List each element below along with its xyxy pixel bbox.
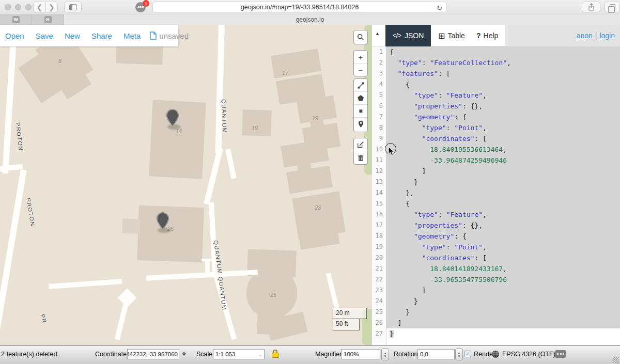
code-line[interactable]: }: [386, 296, 620, 307]
code-line[interactable]: {: [386, 198, 620, 209]
line-number: 26: [372, 318, 386, 328]
code-line[interactable]: "features": [: [386, 68, 620, 79]
building-number: 17: [282, 70, 288, 76]
address-bar[interactable]: geojson.io/#map=19/-33.96514/18.84026 ↻: [152, 2, 447, 13]
building-number: 19: [312, 115, 318, 121]
building-number: 8: [58, 58, 61, 64]
code-line[interactable]: -33.965354775506796: [386, 274, 620, 285]
search-button[interactable]: [353, 30, 368, 44]
crs-globe-icon[interactable]: [491, 350, 500, 358]
tab-title: geojson.io: [0, 16, 620, 23]
status-message: 2 feature(s) deleted.: [1, 351, 59, 358]
road-junction: [118, 289, 137, 308]
code-line[interactable]: -33.964874259496946: [386, 155, 620, 166]
line-number: 8: [372, 122, 386, 133]
draw-rectangle-button[interactable]: ■: [354, 105, 367, 118]
code-line[interactable]: "properties": {},: [386, 220, 620, 231]
code-line[interactable]: "type": "FeatureCollection",: [386, 57, 620, 68]
zoom-out-button[interactable]: −: [354, 64, 367, 76]
building-number: 25: [270, 292, 276, 298]
code-line[interactable]: ]: [386, 166, 620, 177]
road: [202, 259, 213, 261]
gutter: 1234567891011121314151617181920212223242…: [372, 46, 386, 345]
window-close-button[interactable]: [5, 4, 11, 10]
table-icon: ⊞: [438, 31, 445, 41]
code-line[interactable]: {: [386, 46, 620, 57]
tab-table[interactable]: ⊞ Table: [438, 25, 465, 46]
edit-button[interactable]: [354, 138, 367, 151]
resize-grip[interactable]: [613, 357, 619, 363]
code-line[interactable]: },: [386, 187, 620, 198]
sidebar-icon: [69, 4, 77, 10]
code-line[interactable]: 18.840195536613464,: [386, 144, 620, 155]
login-link[interactable]: login: [599, 31, 615, 40]
anon-label: anon: [577, 31, 593, 40]
tab-json[interactable]: </> JSON: [385, 25, 431, 46]
zoom-in-button[interactable]: +: [354, 51, 367, 64]
road: [204, 147, 223, 204]
chevron-down-icon: ⌄: [258, 352, 262, 357]
code-line[interactable]: "type": "Point",: [386, 242, 620, 252]
share-map-button[interactable]: Share: [91, 31, 112, 40]
tab-overview-button[interactable]: [605, 2, 620, 12]
delete-button[interactable]: [354, 151, 367, 164]
coordinate-input[interactable]: 8.842232,-33.967060: [127, 349, 179, 359]
json-editor[interactable]: 1234567891011121314151617181920212223242…: [372, 46, 620, 345]
map-marker[interactable]: [156, 212, 169, 231]
sidebar-toggle-button[interactable]: [64, 2, 82, 12]
save-button[interactable]: Save: [36, 31, 53, 40]
code-line[interactable]: "properties": {},: [386, 101, 620, 112]
draw-line-button[interactable]: [354, 79, 367, 92]
scale-lock-icon[interactable]: [272, 350, 279, 359]
collapse-panel-icon[interactable]: ▲: [375, 31, 380, 36]
code-line[interactable]: "type": "Point",: [386, 122, 620, 133]
code-line[interactable]: }: [386, 328, 620, 339]
building: [122, 218, 141, 233]
draw-toolbar: ⬟ ■: [353, 78, 368, 132]
share-button[interactable]: [582, 2, 600, 12]
log-messages-icon[interactable]: [555, 350, 566, 358]
crs-status[interactable]: EPSG:4326 (OTF): [502, 351, 555, 358]
code-line[interactable]: "type": "Feature",: [386, 90, 620, 101]
code-line[interactable]: }: [386, 307, 620, 318]
reload-icon[interactable]: ↻: [437, 4, 442, 12]
tab-help[interactable]: ? Help: [476, 25, 498, 46]
magnifier-input[interactable]: 100%: [341, 349, 380, 359]
line-number: 27: [372, 328, 386, 339]
render-checkbox[interactable]: ✓: [464, 351, 471, 357]
new-button[interactable]: New: [65, 31, 80, 40]
magnifier-stepper[interactable]: ▲▼: [381, 349, 389, 360]
building: [296, 156, 312, 172]
window-zoom-button[interactable]: [25, 4, 32, 10]
rotation-stepper[interactable]: ▲▼: [455, 349, 463, 360]
window-minimize-button[interactable]: [15, 4, 21, 10]
code-line[interactable]: 18.840141892433167,: [386, 263, 620, 274]
code-line[interactable]: {: [386, 79, 620, 90]
draw-polygon-button[interactable]: ⬟: [354, 92, 367, 105]
marker-icon: [358, 120, 364, 128]
meta-button[interactable]: Meta: [123, 31, 141, 40]
rotation-input[interactable]: 0,0: [417, 349, 455, 359]
draw-marker-button[interactable]: [354, 118, 367, 131]
code-line[interactable]: "coordinates": [: [386, 252, 620, 263]
map-canvas[interactable]: PROTON PROTON PR QUANTUM QUANTUM QUANTUM…: [0, 25, 372, 345]
line-number: 15: [372, 198, 386, 209]
scale-combobox[interactable]: 1:1 053 ⌄: [213, 349, 265, 359]
code-line[interactable]: ]: [386, 285, 620, 296]
open-button[interactable]: Open: [5, 31, 24, 40]
zoom-control: + −: [353, 50, 368, 76]
forward-icon[interactable]: ❯: [46, 3, 58, 11]
code-line[interactable]: ]: [386, 318, 620, 328]
code-line[interactable]: "type": "Feature",: [386, 209, 620, 220]
map-marker[interactable]: [166, 108, 179, 128]
mouse-position-icon[interactable]: ⌖: [182, 349, 186, 358]
back-icon[interactable]: ❮: [34, 3, 45, 11]
code-line[interactable]: }: [386, 177, 620, 187]
code-line[interactable]: "geometry": {: [386, 231, 620, 242]
road: [2, 25, 18, 173]
code-line[interactable]: "coordinates": [: [386, 133, 620, 144]
street-label: QUANTUM: [221, 99, 228, 136]
building: [137, 205, 204, 262]
code-line[interactable]: "geometry": {: [386, 112, 620, 122]
coordinate-label: Coordinate: [95, 351, 125, 358]
